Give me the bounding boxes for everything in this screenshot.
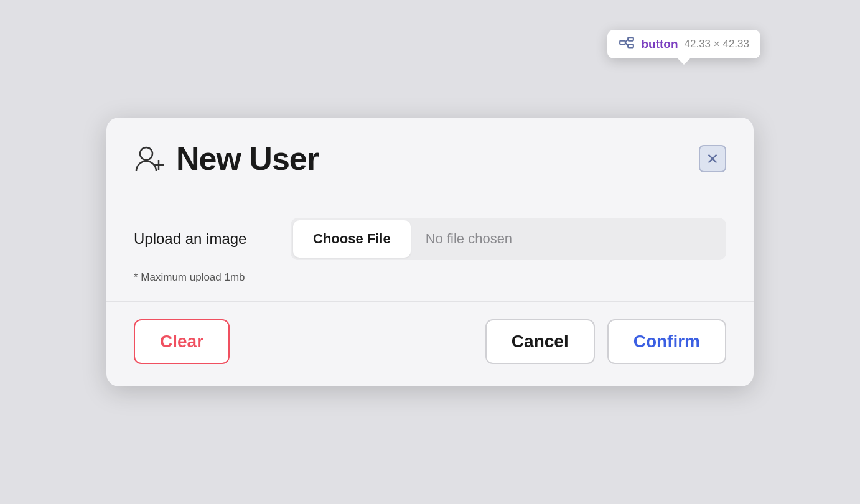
max-upload-note: * Maximum upload 1mb xyxy=(134,271,726,284)
svg-rect-1 xyxy=(629,37,634,40)
upload-label: Upload an image xyxy=(134,230,271,248)
inspect-tooltip: button 42.33 × 42.33 xyxy=(607,30,760,58)
tooltip-arrow xyxy=(678,58,690,65)
upload-row: Upload an image Choose File No file chos… xyxy=(134,218,726,260)
choose-file-button[interactable]: Choose File xyxy=(293,220,411,258)
file-input-wrapper: Choose File No file chosen xyxy=(291,218,726,260)
inspect-tooltip-icon xyxy=(619,36,635,52)
dialog-footer: Clear Cancel Confirm xyxy=(106,302,754,386)
close-icon xyxy=(706,152,719,166)
cancel-button[interactable]: Cancel xyxy=(485,319,595,364)
tooltip-dims-label: 42.33 × 42.33 xyxy=(685,38,749,50)
svg-point-5 xyxy=(140,147,152,160)
close-button[interactable] xyxy=(699,145,726,172)
dialog-body: Upload an image Choose File No file chos… xyxy=(106,195,754,302)
dialog-header: New User xyxy=(106,118,754,195)
clear-button[interactable]: Clear xyxy=(134,319,230,364)
no-file-text: No file chosen xyxy=(413,231,512,247)
tooltip-type-label: button xyxy=(641,37,678,51)
user-add-icon xyxy=(134,142,166,175)
dialog-title: New User xyxy=(176,140,319,177)
confirm-button[interactable]: Confirm xyxy=(607,319,726,364)
new-user-dialog: New User Upload an image Choose File No … xyxy=(106,118,754,386)
footer-right-buttons: Cancel Confirm xyxy=(485,319,726,364)
svg-rect-0 xyxy=(620,41,626,44)
header-left: New User xyxy=(134,140,319,177)
svg-rect-2 xyxy=(629,44,634,47)
